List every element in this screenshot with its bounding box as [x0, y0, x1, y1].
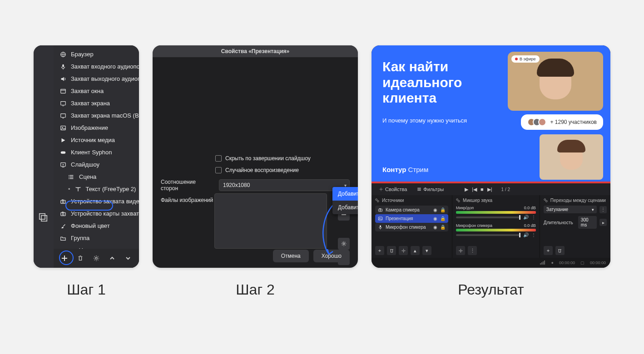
- source-menu-label: Изображение: [71, 124, 108, 131]
- source-menu-item[interactable]: Захват экрана macOS (BETA): [54, 109, 139, 122]
- source-menu-item[interactable]: Браузер: [54, 48, 139, 60]
- ok-button[interactable]: Хорошо: [313, 250, 350, 262]
- transitions-header: Переходы между сценами: [544, 198, 607, 203]
- delete-source-button[interactable]: [76, 253, 85, 263]
- copy-icon: [38, 212, 48, 222]
- aspect-ratio-label: Соотношение сторон: [161, 179, 214, 192]
- source-menu-label: Устройство захвата видео: [71, 198, 139, 205]
- aspect-ratio-select[interactable]: 1920x1080 ▾: [219, 179, 350, 191]
- tab-filters[interactable]: Фильтры: [414, 185, 446, 194]
- source-menu-item[interactable]: Устройство захвата видео: [54, 195, 139, 207]
- source-menu-item[interactable]: Клиент Syphon: [54, 146, 139, 158]
- dialog-title: Свойства «Презентация»: [153, 45, 358, 57]
- mixer-name: Микр/доп: [456, 206, 474, 210]
- move-down-button[interactable]: [123, 253, 133, 263]
- prev-button[interactable]: |◀: [472, 187, 477, 192]
- svg-point-29: [380, 210, 381, 211]
- svg-point-35: [456, 199, 458, 201]
- sources-down-button[interactable]: ▾: [422, 246, 431, 255]
- tab-properties[interactable]: Свойства: [376, 185, 410, 194]
- random-playback-checkbox[interactable]: Случайное воспроизведение: [161, 167, 299, 173]
- visibility-icon[interactable]: ◉: [433, 225, 437, 230]
- duration-stepper[interactable]: ▸: [599, 219, 607, 226]
- svg-rect-5: [61, 101, 66, 105]
- lock-icon[interactable]: 🔒: [440, 207, 446, 212]
- source-menu-item[interactable]: Слайдшоу: [54, 158, 139, 171]
- svg-point-13: [69, 178, 69, 179]
- add-source-button[interactable]: [60, 253, 69, 263]
- transition-delete-button[interactable]: [555, 246, 565, 255]
- mixer-channel: Микрофон спикера0.0 dB 🔊 ⋮: [456, 223, 536, 237]
- source-menu-item[interactable]: Захват выходного аудиопотока: [54, 73, 139, 85]
- source-menu-item[interactable]: Захват экрана: [54, 97, 139, 109]
- lock-icon[interactable]: 🔒: [440, 225, 446, 230]
- source-type-menu[interactable]: БраузерЗахват входного аудиопотокаЗахват…: [54, 45, 139, 268]
- volume-slider[interactable]: [456, 234, 520, 236]
- source-menu-item[interactable]: Захват входного аудиопотока: [54, 60, 139, 73]
- mute-button[interactable]: 🔊: [523, 232, 529, 237]
- source-row[interactable]: Камера спикера ◉ 🔒: [375, 206, 448, 214]
- next-button[interactable]: ▶|: [487, 187, 492, 192]
- mixer-more-button[interactable]: ⋮: [468, 246, 477, 255]
- move-up-button[interactable]: [107, 253, 117, 263]
- transition-type-select[interactable]: Затухание▾: [544, 206, 597, 213]
- source-menu-label: Фоновый цвет: [71, 222, 110, 229]
- left-strip: [34, 45, 54, 268]
- visibility-icon[interactable]: ◉: [433, 207, 437, 212]
- channel-more-button[interactable]: ⋮: [531, 215, 536, 220]
- transition-add-button[interactable]: +: [544, 246, 553, 255]
- svg-rect-6: [61, 113, 66, 117]
- svg-point-36: [458, 201, 460, 202]
- source-menu-item[interactable]: Группа: [54, 232, 139, 244]
- source-menu-label: Захват экрана: [71, 100, 110, 107]
- caption-step1: Шаг 1: [67, 281, 105, 298]
- source-menu-item[interactable]: Сцена: [54, 171, 139, 183]
- sources-add-button[interactable]: +: [375, 246, 384, 255]
- source-label: Презентация: [386, 216, 413, 221]
- control-bar: Свойства Фильтры ▶ |◀ ■ ▶| 1 / 2: [372, 183, 610, 195]
- source-menu-item[interactable]: •Текст (FreeType 2): [54, 183, 139, 195]
- source-menu-item[interactable]: Устройство карты захвата: [54, 207, 139, 220]
- settings-button[interactable]: [92, 253, 101, 263]
- source-menu-item[interactable]: Фоновый цвет: [54, 220, 139, 232]
- source-menu-label: Устройство карты захвата: [71, 210, 139, 217]
- sources-panel: Источники Камера спикера ◉ 🔒 Презентация…: [372, 195, 452, 258]
- image-files-list[interactable]: [214, 193, 327, 249]
- source-row[interactable]: Презентация ◉ 🔒: [375, 214, 448, 223]
- sources-settings-button[interactable]: [399, 246, 408, 255]
- source-menu-label: Браузер: [71, 51, 94, 58]
- add-folder-item[interactable]: Добавить папку: [332, 201, 358, 214]
- file-settings-button[interactable]: [338, 238, 350, 250]
- volume-slider[interactable]: [456, 216, 520, 218]
- transition-duration-input[interactable]: 300 ms: [578, 216, 597, 229]
- mixer-settings-button[interactable]: [456, 246, 465, 255]
- step2-panel: Свойства «Презентация» Скрыть по заверше…: [153, 45, 358, 268]
- sources-up-button[interactable]: ▴: [411, 246, 420, 255]
- mute-button[interactable]: 🔊: [523, 215, 529, 220]
- sources-delete-button[interactable]: [387, 246, 396, 255]
- lock-icon[interactable]: 🔒: [440, 216, 446, 221]
- visibility-icon[interactable]: ◉: [433, 216, 437, 221]
- source-row[interactable]: Микрофон спикера ◉ 🔒: [375, 223, 448, 231]
- transition-more-button[interactable]: ⋮: [599, 206, 607, 213]
- participants-pill: + 1290 участников: [521, 114, 603, 130]
- source-menu-label: Группа: [71, 235, 89, 241]
- transition-duration-label: Длительность: [544, 220, 575, 225]
- cancel-button[interactable]: Отмена: [273, 250, 309, 262]
- source-menu-label: Захват входного аудиопотока: [71, 63, 139, 70]
- stop-button[interactable]: ■: [481, 187, 484, 192]
- svg-point-18: [62, 213, 64, 215]
- chain-icon: [544, 198, 548, 202]
- channel-more-button[interactable]: ⋮: [531, 232, 536, 237]
- source-menu-item[interactable]: Источник медиа: [54, 134, 139, 146]
- svg-point-38: [544, 199, 546, 201]
- hide-on-finish-checkbox[interactable]: Скрыть по завершении слайдшоу: [161, 155, 311, 162]
- play-button[interactable]: ▶: [465, 187, 468, 192]
- chain-icon: [456, 198, 460, 202]
- svg-rect-9: [61, 151, 66, 153]
- source-menu-item[interactable]: Изображение: [54, 122, 139, 134]
- step1-panel: БраузерЗахват входного аудиопотокаЗахват…: [34, 45, 139, 268]
- source-menu-item[interactable]: Захват окна: [54, 85, 139, 97]
- add-files-item[interactable]: Добавить файлы: [332, 187, 358, 201]
- svg-rect-3: [62, 64, 64, 67]
